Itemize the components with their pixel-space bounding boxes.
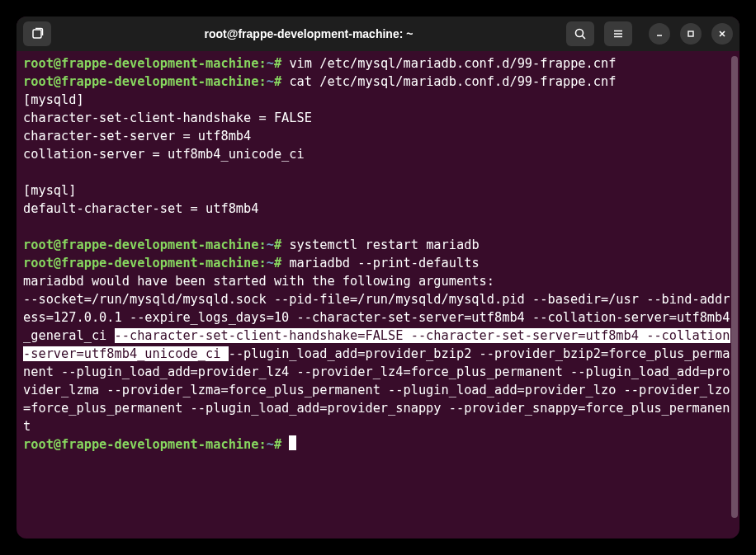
svg-rect-7 xyxy=(688,31,693,36)
close-button[interactable] xyxy=(711,23,733,45)
titlebar: root@frappe-development-machine: ~ xyxy=(17,16,739,51)
maximize-button[interactable] xyxy=(680,23,702,45)
output-line: collation-server = utf8mb4_unicode_ci xyxy=(23,147,305,162)
svg-rect-0 xyxy=(33,30,41,38)
window-controls xyxy=(649,23,733,45)
prompt-path: ~ xyxy=(267,56,274,71)
scrollbar[interactable] xyxy=(731,56,738,518)
prompt-userhost: root@frappe-development-machine xyxy=(23,56,259,71)
terminal-body[interactable]: root@frappe-development-machine:~# vim /… xyxy=(17,51,739,539)
output-line: [mysql] xyxy=(23,183,76,198)
command-mariadbd: mariadbd --print-defaults xyxy=(289,256,479,270)
command-systemctl: systemctl restart mariadb xyxy=(289,238,479,252)
command-vim: vim /etc/mysql/mariadb.conf.d/99-frappe.… xyxy=(289,56,616,71)
terminal-window: root@frappe-development-machine: ~ xyxy=(17,16,739,539)
output-line: character-set-server = utf8mb4 xyxy=(23,129,251,143)
svg-point-1 xyxy=(576,30,584,37)
command-cat: cat /etc/mysql/mariadb.conf.d/99-frappe.… xyxy=(289,74,616,89)
titlebar-right xyxy=(566,21,733,46)
output-line: mariadbd would have been started with th… xyxy=(23,274,494,289)
minimize-button[interactable] xyxy=(649,23,670,45)
hamburger-menu-button[interactable] xyxy=(604,21,632,46)
output-line: character-set-client-handshake = FALSE xyxy=(23,111,312,125)
output-line: [mysqld] xyxy=(23,92,84,107)
terminal-output: root@frappe-development-machine:~# vim /… xyxy=(23,54,733,454)
new-tab-button[interactable] xyxy=(23,21,51,46)
output-line: default-character-set = utf8mb4 xyxy=(23,201,259,216)
window-title: root@frappe-development-machine: ~ xyxy=(56,27,561,40)
titlebar-left xyxy=(23,21,51,46)
search-button[interactable] xyxy=(566,21,594,46)
cursor xyxy=(289,435,296,450)
svg-line-2 xyxy=(583,36,586,40)
